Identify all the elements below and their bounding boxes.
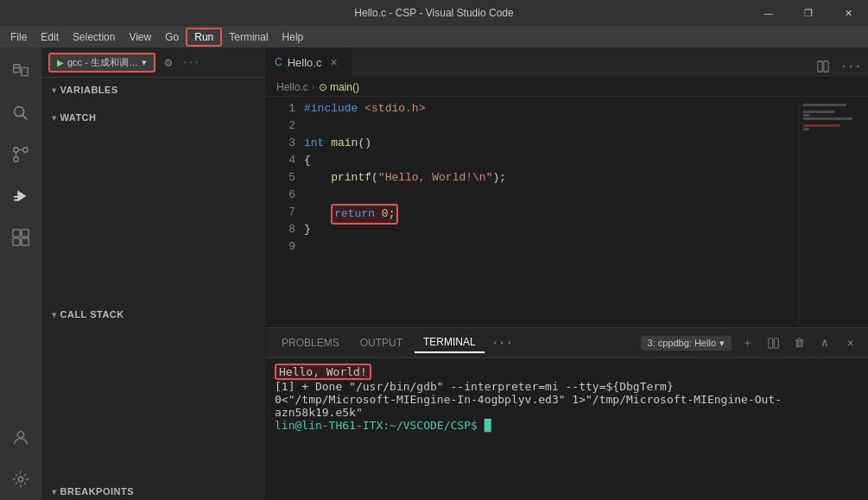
svg-point-16 [18, 477, 23, 482]
menu-edit[interactable]: Edit [34, 29, 66, 45]
code-line-1: #include <stdio.h> [304, 100, 799, 117]
more-actions-button[interactable]: ··· [840, 56, 861, 77]
terminal-line-1: Hello, World! [275, 364, 859, 380]
activity-source-control[interactable] [0, 134, 41, 175]
breakpoints-label: BREAKPOINTS [60, 486, 135, 497]
svg-rect-9 [14, 199, 19, 201]
terminal-tab-actions: 3: cppdbg: Hello ▾ ＋ 🗑 ∧ ✕ [641, 332, 862, 353]
terminal-tab-bar: PROBLEMS OUTPUT TERMINAL ··· 3: cppdbg: … [266, 328, 868, 358]
breadcrumb-function: ⊙ main() [319, 81, 359, 93]
minimap [799, 100, 868, 324]
activity-run-debug[interactable] [0, 175, 41, 217]
svg-rect-13 [13, 238, 20, 245]
terminal-tab-output[interactable]: OUTPUT [352, 333, 411, 352]
call-stack-label: CALL STACK [60, 309, 124, 320]
terminal-add-button[interactable]: ＋ [737, 332, 757, 353]
watch-header[interactable]: ▾ WATCH [41, 109, 265, 126]
line-num-6: 6 [266, 187, 295, 204]
variables-header[interactable]: ▾ VARIABLES [41, 81, 265, 98]
code-line-6 [304, 187, 799, 204]
line-num-2: 2 [266, 117, 295, 135]
line-num-3: 3 [266, 135, 295, 152]
minimap-line [803, 104, 846, 106]
code-lines: #include <stdio.h> int main() { printf("… [304, 100, 799, 324]
svg-rect-17 [818, 61, 822, 72]
minimize-button[interactable]: — [749, 0, 789, 26]
call-stack-chevron-icon: ▾ [52, 310, 57, 320]
breakpoints-section: ▾ BREAKPOINTS [41, 483, 265, 500]
line-numbers: 1 2 3 4 5 6 7 8 9 [266, 100, 304, 324]
line-num-8: 8 [266, 221, 295, 238]
minimap-line [803, 117, 852, 120]
terminal-dropdown-label: 3: cppdbg: Hello [648, 338, 717, 348]
minimap-content [800, 100, 868, 135]
svg-marker-8 [17, 191, 26, 202]
svg-line-4 [22, 115, 27, 119]
line-num-1: 1 [266, 100, 295, 117]
code-editor[interactable]: 1 2 3 4 5 6 7 8 9 #include <stdio.h> int… [266, 97, 868, 327]
debug-run-button[interactable]: ▶ gcc - 生成和调… ▾ [48, 53, 155, 73]
debug-settings-button[interactable]: ⚙ [159, 53, 178, 72]
call-stack-header[interactable]: ▾ CALL STACK [41, 306, 265, 323]
line-num-5: 5 [266, 169, 295, 187]
svg-rect-12 [22, 230, 29, 237]
menu-view[interactable]: View [122, 29, 158, 45]
breadcrumb-separator: › [312, 81, 315, 93]
svg-rect-20 [774, 338, 778, 347]
activity-bar [0, 47, 41, 500]
line-num-7: 7 [266, 204, 295, 221]
tab-bar-actions: ··· [806, 56, 868, 77]
breakpoints-header[interactable]: ▾ BREAKPOINTS [41, 483, 265, 500]
code-line-3: int main() [304, 135, 799, 152]
activity-accounts[interactable] [0, 417, 41, 459]
menu-file[interactable]: File [3, 29, 34, 45]
svg-rect-19 [768, 338, 772, 347]
watch-label: WATCH [60, 112, 97, 123]
call-stack-section: ▾ CALL STACK [41, 302, 265, 326]
debug-run-label: gcc - 生成和调… [67, 56, 138, 69]
terminal-dropdown[interactable]: 3: cppdbg: Hello ▾ [641, 336, 732, 351]
svg-point-6 [23, 148, 29, 153]
terminal-tab-terminal[interactable]: TERMINAL [415, 332, 485, 353]
watch-section: ▾ WATCH [41, 105, 265, 130]
activity-extensions[interactable] [0, 217, 41, 258]
menu-help[interactable]: Help [276, 29, 311, 45]
maximize-button[interactable]: ❐ [789, 0, 828, 26]
menu-go[interactable]: Go [158, 29, 186, 45]
svg-rect-14 [22, 238, 29, 245]
terminal-more-button[interactable]: ··· [488, 334, 516, 351]
terminal-close-button[interactable]: ✕ [840, 332, 861, 353]
file-c-icon: C [275, 56, 282, 68]
svg-point-3 [15, 107, 24, 117]
svg-rect-1 [22, 67, 28, 75]
menu-terminal[interactable]: Terminal [222, 29, 275, 45]
menu-selection[interactable]: Selection [66, 29, 122, 45]
watch-chevron-icon: ▾ [52, 113, 57, 123]
activity-explorer[interactable] [0, 51, 41, 92]
terminal-tab-problems[interactable]: PROBLEMS [273, 333, 348, 352]
split-editor-button[interactable] [813, 56, 833, 77]
terminal-line-3: 0<"/tmp/Microsoft-MIEngine-In-4ogbplyv.e… [275, 393, 859, 419]
terminal-trash-button[interactable]: 🗑 [789, 332, 809, 353]
activity-search[interactable] [0, 92, 41, 134]
activity-settings[interactable] [0, 459, 41, 500]
terminal-content[interactable]: Hello, World! [1] + Done "/usr/bin/gdb" … [266, 358, 868, 500]
menu-bar: File Edit Selection View Go Run Terminal… [0, 26, 868, 47]
code-line-7: return 0; [304, 204, 799, 221]
menu-run[interactable]: Run [186, 28, 222, 47]
terminal-chevron-up-button[interactable]: ∧ [814, 332, 835, 353]
breadcrumb-file: Hello.c [276, 81, 308, 93]
code-line-5: printf("Hello, World!\n"); [304, 169, 799, 187]
editor-tab-hello-c[interactable]: C Hello.c × [266, 47, 352, 77]
minimap-line [803, 111, 834, 113]
terminal-area: PROBLEMS OUTPUT TERMINAL ··· 3: cppdbg: … [266, 327, 868, 500]
svg-rect-10 [14, 196, 19, 198]
close-button[interactable]: ✕ [828, 0, 868, 26]
window-title: Hello.c - CSP - Visual Studio Code [354, 7, 513, 19]
debug-more-button[interactable]: ··· [181, 53, 200, 72]
terminal-split-button[interactable] [763, 332, 783, 353]
tab-close-button[interactable]: × [330, 55, 337, 69]
title-bar: Hello.c - CSP - Visual Studio Code — ❐ ✕ [0, 0, 868, 26]
breakpoints-chevron-icon: ▾ [52, 487, 57, 497]
line-num-9: 9 [266, 238, 295, 256]
